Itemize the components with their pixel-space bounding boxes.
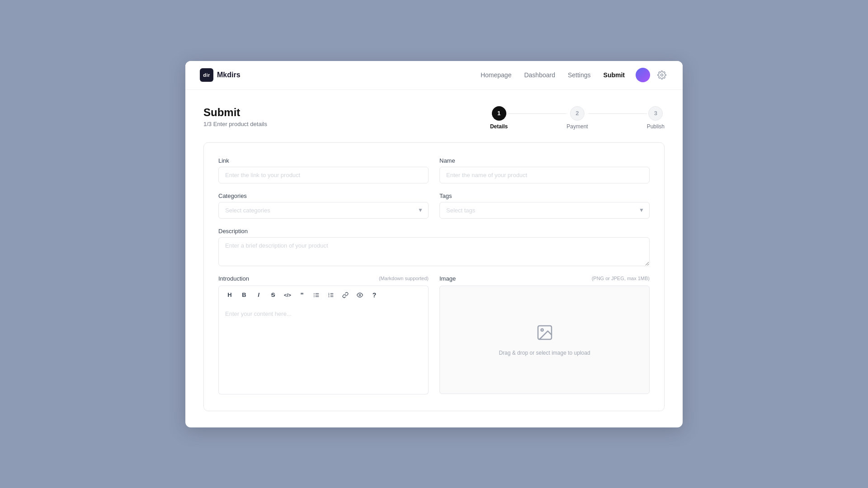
nav-dashboard[interactable]: Dashboard <box>524 71 555 79</box>
toolbar-quote[interactable]: " <box>297 290 307 300</box>
step-2-label: Payment <box>566 123 588 130</box>
intro-note: (Markdown supported) <box>379 276 429 281</box>
form-row-description: Description <box>218 228 650 266</box>
name-input[interactable] <box>439 167 650 183</box>
image-upload-icon <box>536 324 554 345</box>
form-row-categories-tags: Categories Select categories ▼ Tags Sele… <box>218 192 650 219</box>
logo: dir Mkdirs <box>200 68 241 82</box>
categories-select-wrapper: Select categories ▼ <box>218 202 429 219</box>
svg-point-15 <box>541 328 543 331</box>
svg-point-13 <box>359 294 361 296</box>
image-section: Image (PNG or JPEG, max 1MB) Drag & drop… <box>439 275 650 396</box>
step-info: 1/3 Enter product details <box>203 121 490 127</box>
form-row-link-name: Link Name <box>218 157 650 183</box>
toolbar-link[interactable] <box>340 290 351 300</box>
page-title: Submit <box>203 106 490 119</box>
markdown-toolbar: H B I S </> " 123 <box>218 286 429 304</box>
form-card: Link Name Categories Select categories <box>203 142 665 411</box>
link-input[interactable] <box>218 167 429 183</box>
intro-section: Introduction (Markdown supported) H B I … <box>218 275 429 396</box>
bottom-row: Introduction (Markdown supported) H B I … <box>218 275 650 396</box>
link-label: Link <box>218 157 429 164</box>
toolbar-italic[interactable]: I <box>253 290 264 300</box>
image-label: Image <box>439 275 456 282</box>
svg-text:3: 3 <box>328 295 330 297</box>
step-2-circle: 2 <box>570 106 585 121</box>
svg-point-6 <box>314 296 315 297</box>
toolbar-bold[interactable]: B <box>239 290 250 300</box>
toolbar-unordered-list[interactable] <box>311 290 322 300</box>
step-1: 1 Details <box>490 106 508 130</box>
tags-select[interactable]: Select tags <box>439 202 650 219</box>
main-content: Submit 1/3 Enter product details 1 Detai… <box>185 90 683 427</box>
toolbar-help[interactable]: ? <box>369 290 380 300</box>
svg-point-4 <box>314 293 315 294</box>
intro-header: Introduction (Markdown supported) <box>218 275 429 282</box>
nav-settings[interactable]: Settings <box>568 71 591 79</box>
step-1-circle: 1 <box>492 106 506 121</box>
image-header: Image (PNG or JPEG, max 1MB) <box>439 275 650 282</box>
svg-point-0 <box>661 74 663 76</box>
categories-select[interactable]: Select categories <box>218 202 429 219</box>
tags-group: Tags Select tags ▼ <box>439 192 650 219</box>
step-connector-1 <box>508 113 566 114</box>
step-3-circle: 3 <box>648 106 663 121</box>
toolbar-heading[interactable]: H <box>224 290 235 300</box>
svg-point-5 <box>314 295 315 296</box>
intro-editor[interactable] <box>218 304 429 394</box>
intro-label: Introduction <box>218 275 249 282</box>
avatar[interactable] <box>636 68 650 82</box>
gear-icon[interactable] <box>656 69 668 81</box>
nav-homepage[interactable]: Homepage <box>481 71 512 79</box>
name-label: Name <box>439 157 650 164</box>
toolbar-strikethrough[interactable]: S <box>268 290 278 300</box>
name-group: Name <box>439 157 650 183</box>
tags-label: Tags <box>439 192 650 199</box>
nav-links: Homepage Dashboard Settings Submit <box>481 71 625 79</box>
image-upload-area[interactable]: Drag & drop or select image to upload <box>439 286 650 394</box>
nav-submit[interactable]: Submit <box>604 71 625 79</box>
logo-icon: dir <box>200 68 213 82</box>
nav-actions <box>636 68 668 82</box>
submit-left: Submit 1/3 Enter product details <box>203 106 490 127</box>
logo-text: Mkdirs <box>217 71 241 79</box>
description-input[interactable] <box>218 237 650 266</box>
categories-label: Categories <box>218 192 429 199</box>
toolbar-code[interactable]: </> <box>282 290 293 300</box>
image-note: (PNG or JPEG, max 1MB) <box>592 276 650 281</box>
submit-header: Submit 1/3 Enter product details 1 Detai… <box>203 106 665 130</box>
step-2: 2 Payment <box>566 106 588 130</box>
step-1-label: Details <box>490 123 508 130</box>
tags-select-wrapper: Select tags ▼ <box>439 202 650 219</box>
categories-group: Categories Select categories ▼ <box>218 192 429 219</box>
step-connector-2 <box>588 113 647 114</box>
toolbar-preview[interactable] <box>354 290 365 300</box>
toolbar-ordered-list[interactable]: 123 <box>326 290 336 300</box>
navbar: dir Mkdirs Homepage Dashboard Settings S… <box>185 61 683 90</box>
stepper: 1 Details 2 Payment 3 Publish <box>490 106 665 130</box>
description-group: Description <box>218 228 650 266</box>
app-window: dir Mkdirs Homepage Dashboard Settings S… <box>185 61 683 427</box>
image-upload-text: Drag & drop or select image to upload <box>499 350 590 356</box>
step-3-label: Publish <box>647 123 665 130</box>
step-3: 3 Publish <box>647 106 665 130</box>
description-label: Description <box>218 228 650 235</box>
link-group: Link <box>218 157 429 183</box>
